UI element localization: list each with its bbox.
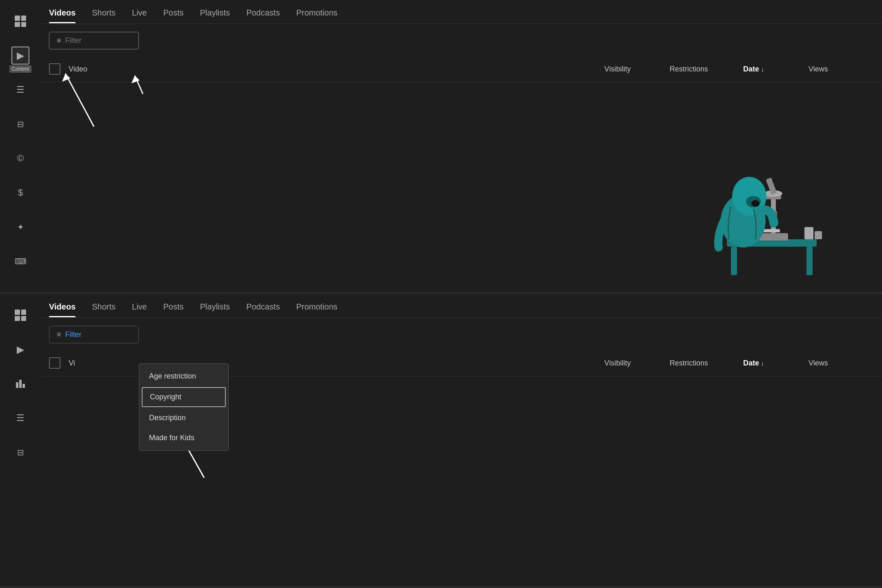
sidebar-grid-icon-bottom[interactable] (11, 306, 29, 324)
filter-box-bottom[interactable]: ≡ Filter (49, 326, 139, 343)
col-header-visibility-bottom: Visibility (604, 359, 670, 368)
tab-videos[interactable]: Videos (49, 8, 76, 23)
tab-playlists-bottom[interactable]: Playlists (200, 302, 230, 317)
tab-promotions-bottom[interactable]: Promotions (296, 302, 337, 317)
svg-point-14 (751, 200, 760, 207)
sidebar-top: ▶ Content ☰ ⊟ © $ ✦ ⌨ (0, 0, 41, 292)
select-all-checkbox-bottom[interactable] (49, 357, 60, 369)
dropdown-copyright[interactable]: Copyright (142, 387, 226, 407)
tab-live-bottom[interactable]: Live (132, 302, 147, 317)
mascot-illustration (678, 141, 833, 284)
tabs-bar-top: Videos Shorts Live Posts Playlists Podca… (41, 0, 882, 24)
filter-row-top: ≡ Filter (41, 24, 882, 49)
sidebar-audio-icon[interactable]: ⌨ (11, 252, 29, 270)
tab-promotions[interactable]: Promotions (296, 8, 337, 23)
main-content-bottom: Videos Shorts Live Posts Playlists Podca… (41, 294, 882, 586)
main-content-top: Videos Shorts Live Posts Playlists Podca… (41, 0, 882, 292)
svg-rect-16 (815, 231, 822, 239)
svg-rect-15 (804, 227, 813, 239)
col-header-date-bottom[interactable]: Date ↓ (743, 359, 808, 368)
sidebar-analytics-icon[interactable]: ☰ (11, 81, 29, 99)
select-all-checkbox[interactable] (49, 63, 60, 75)
sidebar-monetization-icon[interactable]: $ (11, 184, 29, 202)
tab-shorts-bottom[interactable]: Shorts (92, 302, 116, 317)
sort-arrow-icon-bottom: ↓ (761, 360, 764, 367)
sidebar-comments-icon-bottom[interactable]: ☰ (11, 409, 29, 427)
sidebar-grid-icon[interactable] (11, 12, 29, 30)
sidebar-customization-icon[interactable]: ✦ (11, 218, 29, 236)
dropdown-made-for-kids[interactable]: Made for Kids (139, 428, 228, 448)
filter-dropdown-menu: Age restriction Copyright Description Ma… (139, 363, 229, 451)
col-header-views: Views (808, 65, 874, 74)
svg-rect-1 (731, 247, 737, 275)
dropdown-description[interactable]: Description (139, 408, 228, 428)
col-header-restrictions-bottom: Restrictions (670, 359, 743, 368)
sidebar-content-icon-bottom[interactable]: ▶ (11, 341, 29, 359)
filter-box-top[interactable]: ≡ Filter (49, 32, 139, 49)
content-label: Content (9, 65, 31, 73)
tabs-bar-bottom: Videos Shorts Live Posts Playlists Podca… (41, 294, 882, 318)
filter-lines-icon-bottom: ≡ (57, 330, 61, 339)
col-header-visibility: Visibility (604, 65, 670, 74)
top-panel: ▶ Content ☰ ⊟ © $ ✦ ⌨ Videos Shorts Live… (0, 0, 882, 294)
tab-posts-bottom[interactable]: Posts (163, 302, 184, 317)
tab-live[interactable]: Live (132, 8, 147, 23)
col-header-restrictions: Restrictions (670, 65, 743, 74)
sort-arrow-icon: ↓ (761, 66, 764, 73)
filter-lines-icon: ≡ (57, 36, 61, 45)
filter-placeholder-top: Filter (65, 36, 82, 45)
tab-videos-bottom[interactable]: Videos (49, 302, 76, 317)
sidebar-content-icon[interactable]: ▶ Content (11, 47, 29, 65)
sidebar-subtitles-icon-bottom[interactable]: ⊟ (11, 443, 29, 461)
svg-rect-2 (806, 247, 813, 275)
sidebar-subtitles-icon[interactable]: ⊟ (11, 115, 29, 133)
sidebar-bottom: ▶ ☰ ⊟ (0, 294, 41, 586)
col-header-date[interactable]: Date ↓ (743, 65, 808, 74)
tab-posts[interactable]: Posts (163, 8, 184, 23)
table-header-top: Video Visibility Restrictions Date ↓ Vie… (41, 56, 882, 82)
col-header-video: Video (69, 65, 604, 74)
dropdown-age-restriction[interactable]: Age restriction (139, 366, 228, 386)
sidebar-analytics-icon-bottom[interactable] (11, 375, 29, 393)
tab-podcasts-bottom[interactable]: Podcasts (246, 302, 280, 317)
filter-row-bottom: ≡ Filter (41, 318, 882, 343)
sidebar-copyright-icon[interactable]: © (11, 149, 29, 167)
bottom-panel: ▶ ☰ ⊟ Videos Shorts Live Posts Playlists… (0, 294, 882, 588)
tab-shorts[interactable]: Shorts (92, 8, 116, 23)
svg-rect-3 (760, 233, 788, 241)
tab-playlists[interactable]: Playlists (200, 8, 230, 23)
filter-active-text: Filter (65, 330, 82, 339)
col-header-views-bottom: Views (808, 359, 874, 368)
tab-podcasts[interactable]: Podcasts (246, 8, 280, 23)
